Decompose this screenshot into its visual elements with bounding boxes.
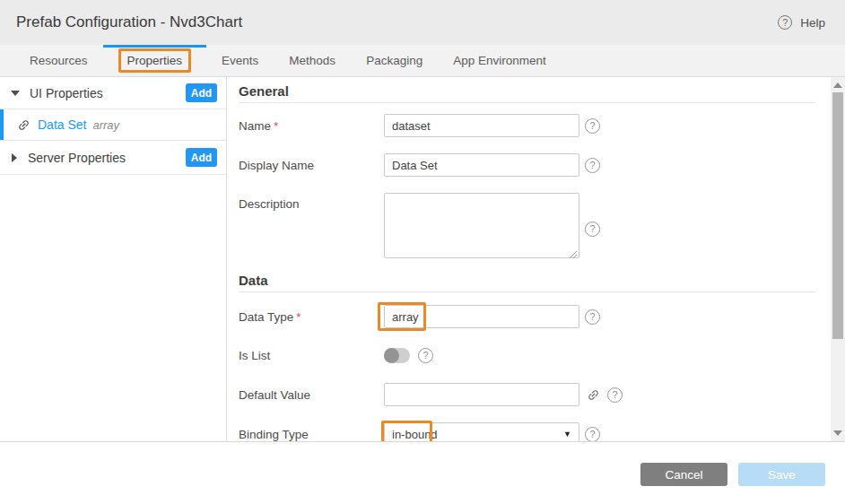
dialog-header: Prefab Configuration - Nvd3Chart ? Help <box>0 0 845 45</box>
prefab-configuration-dialog: Prefab Configuration - Nvd3Chart ? Help … <box>0 0 845 504</box>
tab-properties[interactable]: Properties <box>103 45 207 76</box>
dialog-body: UI Properties Add Data Set array Server … <box>0 77 845 442</box>
chevron-right-icon <box>12 153 17 162</box>
display-name-help-icon[interactable]: ? <box>585 158 600 173</box>
dropdown-arrow-icon: ▼ <box>563 430 571 439</box>
binding-type-value: in-bound <box>392 428 438 441</box>
field-row-default-value: Default Value ? <box>239 383 831 406</box>
scroll-down-icon[interactable] <box>833 430 842 436</box>
field-row-data-type: Data Type* ? <box>239 305 831 328</box>
field-label: Data Type* <box>239 310 384 324</box>
description-textarea[interactable] <box>384 193 579 258</box>
name-input[interactable] <box>384 114 579 137</box>
field-label: Is List <box>239 349 384 362</box>
tab-label: Methods <box>289 54 335 67</box>
name-help-icon[interactable]: ? <box>585 118 600 134</box>
is-list-help-icon[interactable]: ? <box>418 348 433 363</box>
is-list-toggle[interactable] <box>384 348 410 363</box>
default-value-input[interactable] <box>384 383 579 406</box>
binding-type-help-icon[interactable]: ? <box>585 427 600 442</box>
field-label: Default Value <box>239 388 384 402</box>
field-label: Name* <box>239 119 384 133</box>
tab-label: Events <box>222 54 258 67</box>
display-name-input[interactable] <box>384 153 579 177</box>
field-row-display-name: Display Name ? <box>239 153 831 177</box>
sidebar-group-server-properties[interactable]: Server Properties Add <box>0 141 226 175</box>
help-label: Help <box>800 16 825 30</box>
field-label: Binding Type <box>239 428 384 441</box>
required-asterisk: * <box>274 119 278 133</box>
sidebar-group-ui-properties[interactable]: UI Properties Add <box>0 77 226 109</box>
dialog-footer: Cancel Save <box>0 442 845 503</box>
cancel-button[interactable]: Cancel <box>640 463 727 486</box>
sidebar-item-data-set[interactable]: Data Set array <box>0 109 226 141</box>
field-row-binding-type: Binding Type in-bound ▼ ? <box>239 422 831 441</box>
bind-link-icon[interactable] <box>584 385 603 404</box>
field-row-description: Description ? <box>239 193 831 262</box>
add-ui-property-button[interactable]: Add <box>186 83 217 102</box>
save-button[interactable]: Save <box>738 463 825 486</box>
add-server-property-button[interactable]: Add <box>186 148 217 167</box>
vertical-scrollbar[interactable] <box>831 77 845 441</box>
tab-events[interactable]: Events <box>206 45 274 76</box>
tab-resources[interactable]: Resources <box>14 45 103 76</box>
required-asterisk: * <box>296 310 301 324</box>
sidebar-group-label: UI Properties <box>30 86 186 100</box>
field-row-name: Name* ? <box>239 114 831 137</box>
tab-label: Packaging <box>366 54 422 67</box>
help-question-icon: ? <box>778 15 792 30</box>
tab-label: App Environment <box>453 54 546 67</box>
tab-packaging[interactable]: Packaging <box>351 45 438 76</box>
properties-sidebar: UI Properties Add Data Set array Server … <box>0 77 227 441</box>
property-item-label: Data Set <box>38 117 86 132</box>
field-label: Display Name <box>239 159 384 172</box>
scrollbar-thumb[interactable] <box>832 92 843 339</box>
page-title: Prefab Configuration - Nvd3Chart <box>16 13 242 31</box>
tab-app-environment[interactable]: App Environment <box>438 45 562 76</box>
tab-bar: Resources Properties Events Methods Pack… <box>0 45 845 77</box>
property-form: General Name* ? Display Name ? Descripti <box>227 77 831 441</box>
description-help-icon[interactable]: ? <box>585 222 600 237</box>
default-value-help-icon[interactable]: ? <box>607 387 623 403</box>
binding-type-select[interactable]: in-bound ▼ <box>384 422 579 441</box>
field-label: Description <box>239 193 384 211</box>
data-type-help-icon[interactable]: ? <box>585 309 600 325</box>
chevron-down-icon <box>11 91 20 96</box>
property-item-type: array <box>92 118 119 132</box>
tab-label: Resources <box>30 54 88 67</box>
sidebar-group-label: Server Properties <box>28 151 186 165</box>
tab-label-highlighted: Properties <box>118 48 192 73</box>
section-heading-data: Data <box>239 274 815 292</box>
toggle-knob <box>384 348 399 363</box>
link-icon <box>14 115 33 134</box>
field-row-is-list: Is List ? <box>239 348 831 363</box>
help-button[interactable]: ? Help <box>778 15 825 30</box>
data-type-input[interactable] <box>384 305 579 328</box>
section-heading-general: General <box>239 85 815 103</box>
scroll-up-icon[interactable] <box>833 83 842 88</box>
tab-methods[interactable]: Methods <box>274 45 351 76</box>
